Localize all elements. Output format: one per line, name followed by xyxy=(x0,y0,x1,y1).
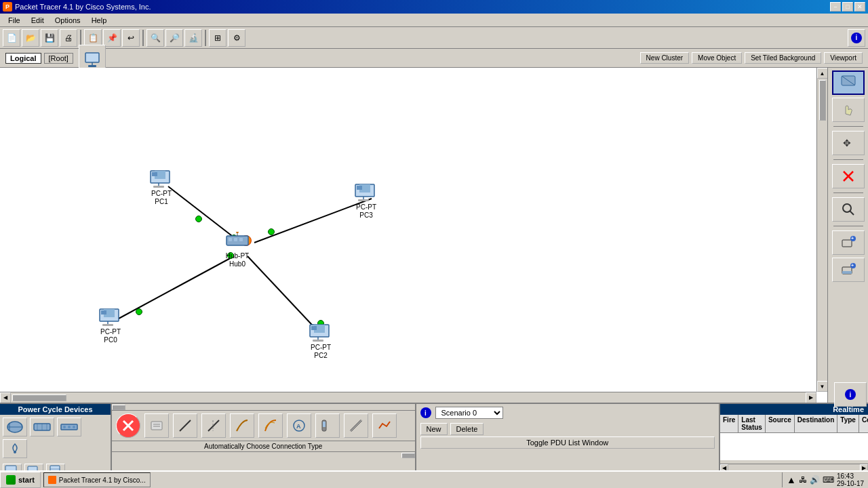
device-pc0[interactable]: PC-PTPC0 xyxy=(97,306,124,344)
conn-serial-button[interactable] xyxy=(372,413,397,438)
event-header-color: Color xyxy=(859,415,868,432)
tool-search-button[interactable] xyxy=(832,197,865,222)
conn-no-button[interactable] xyxy=(116,413,140,438)
tool-select-button[interactable] xyxy=(832,70,865,95)
svg-rect-32 xyxy=(311,326,317,330)
logical-tab-area: Logical [Root] xyxy=(5,53,73,64)
tool-delete-button[interactable] xyxy=(832,164,865,188)
grid-button[interactable]: ⊞ xyxy=(209,29,226,47)
device-wireless-button[interactable] xyxy=(3,439,27,458)
conn-scroll-top[interactable] xyxy=(112,404,415,411)
event-scrollbar[interactable]: ◀ ▶ xyxy=(720,464,868,470)
svg-rect-0 xyxy=(85,53,99,62)
logical-tab[interactable]: Logical xyxy=(5,53,41,64)
scroll-right-button[interactable]: ▶ xyxy=(806,392,816,403)
straight-icon xyxy=(178,418,193,433)
tool-inspect-button[interactable]: i xyxy=(834,382,867,407)
zoom-button[interactable]: 🔍 xyxy=(146,29,164,47)
menu-file[interactable]: File xyxy=(3,15,26,26)
pc2-label: PC-PTPC2 xyxy=(311,344,331,360)
hand-icon xyxy=(840,102,856,118)
conn-auto-button[interactable]: A xyxy=(287,413,311,438)
bottom-panel: Power Cycle Devices xyxy=(0,403,868,470)
svg-point-58 xyxy=(73,426,75,428)
viewport-button[interactable]: Viewport xyxy=(824,52,863,64)
h-scroll-thumb[interactable] xyxy=(12,394,66,401)
conn-scroll-thumb-bottom[interactable] xyxy=(401,453,415,458)
router-icon xyxy=(5,420,24,434)
maximize-button[interactable]: □ xyxy=(842,2,853,12)
console-icon xyxy=(149,418,164,433)
conn-dot-pc1 xyxy=(195,216,202,222)
v-scroll-track[interactable] xyxy=(819,80,826,380)
delete-scenario-button[interactable]: Delete xyxy=(450,423,484,435)
conn-straight-button[interactable] xyxy=(173,413,197,438)
scroll-left-button[interactable]: ◀ xyxy=(0,392,11,403)
device-pc2[interactable]: PC-PTPC2 xyxy=(307,322,334,360)
window-controls: − □ ✕ xyxy=(830,2,865,12)
conn-fiber-button[interactable] xyxy=(258,413,283,438)
v-scroll-thumb[interactable] xyxy=(819,80,826,121)
device-icons xyxy=(0,415,111,461)
device-pc1[interactable]: PC-PTPC1 xyxy=(148,168,175,206)
tool-add-complex-pdu-button[interactable]: + xyxy=(832,258,865,282)
hub-btn-icon xyxy=(60,420,79,434)
new-cluster-button[interactable]: New Cluster xyxy=(640,52,689,64)
undo-button[interactable]: ↩ xyxy=(122,29,140,47)
connection-buttons: A xyxy=(112,411,415,441)
h-scroll-track[interactable] xyxy=(12,394,804,401)
device-hub-button[interactable] xyxy=(57,418,81,436)
taskbar-pt-item[interactable]: Packet Tracer 4.1 by Cisco... xyxy=(43,472,151,487)
event-header-fire: Fire xyxy=(720,415,738,432)
start-button[interactable]: start xyxy=(0,472,41,488)
tool-move-button[interactable]: ✥ xyxy=(832,131,865,155)
scenario-dropdown[interactable]: Scenario 0 xyxy=(435,407,503,419)
pdu-info-icon: i xyxy=(420,407,431,418)
scroll-up-button[interactable]: ▲ xyxy=(817,68,828,79)
conn-rollover-button[interactable] xyxy=(230,413,254,438)
title-bar-icon: P Packet Tracer 4.1 by Cisco Systems, In… xyxy=(3,2,151,12)
paste-button[interactable]: 📌 xyxy=(103,29,121,47)
scroll-down-button[interactable]: ▼ xyxy=(817,381,828,392)
menu-help[interactable]: Help xyxy=(86,15,113,26)
network-canvas[interactable]: PC-PTPC1 PC-PTPC3 xyxy=(0,68,827,403)
device-pc3[interactable]: PC-PTPC3 xyxy=(353,182,380,220)
network-lines xyxy=(0,68,827,403)
pc1-label: PC-PTPC1 xyxy=(151,190,172,206)
conn-scroll-thumb-top[interactable] xyxy=(112,405,125,410)
set-tiled-background-button[interactable]: Set Tiled Background xyxy=(745,52,821,64)
event-scroll-track[interactable] xyxy=(728,464,860,470)
systray: ▲ 🖧 🔊 ⌨ 16:43 29-10-17 xyxy=(782,472,868,487)
hub0-icon xyxy=(224,230,251,252)
close-button[interactable]: ✕ xyxy=(854,2,865,12)
svg-rect-2 xyxy=(88,65,96,67)
h-scrollbar[interactable]: ◀ ▶ xyxy=(0,392,816,403)
custom-button[interactable]: ⚙ xyxy=(228,29,245,47)
new-scenario-button[interactable]: New xyxy=(420,423,448,435)
toggle-pdu-button[interactable]: Toggle PDU List Window xyxy=(420,436,715,449)
conn-phone-button[interactable] xyxy=(315,413,340,438)
serial-icon xyxy=(377,418,392,433)
event-header-dest: Destination xyxy=(795,415,837,432)
system-clock: 16:43 29-10-17 xyxy=(837,472,864,487)
move-object-button[interactable]: Move Object xyxy=(692,52,742,64)
tool-hand-button[interactable] xyxy=(832,98,865,122)
v-scrollbar[interactable]: ▲ ▼ xyxy=(816,68,827,392)
menu-edit[interactable]: Edit xyxy=(26,15,50,26)
minimize-button[interactable]: − xyxy=(830,2,841,12)
device-router-button[interactable] xyxy=(3,418,27,436)
rollover-icon xyxy=(235,418,250,433)
no-conn-icon xyxy=(121,418,136,433)
zoom-in-button[interactable]: 🔎 xyxy=(165,29,183,47)
device-switch-button[interactable] xyxy=(30,418,54,436)
tool-add-pdu-button[interactable]: + xyxy=(832,230,865,255)
zoom-out-button[interactable]: 🔬 xyxy=(184,29,202,47)
device-hub0[interactable]: Hub-PTHub0 xyxy=(224,230,251,268)
conn-coax-button[interactable] xyxy=(344,413,368,438)
info-button[interactable]: i xyxy=(848,29,865,47)
svg-point-22 xyxy=(236,232,239,233)
conn-scroll-bottom[interactable] xyxy=(112,451,415,458)
conn-crossover-button[interactable] xyxy=(201,413,226,438)
conn-console-button[interactable] xyxy=(144,413,169,438)
menu-options[interactable]: Options xyxy=(50,15,86,26)
